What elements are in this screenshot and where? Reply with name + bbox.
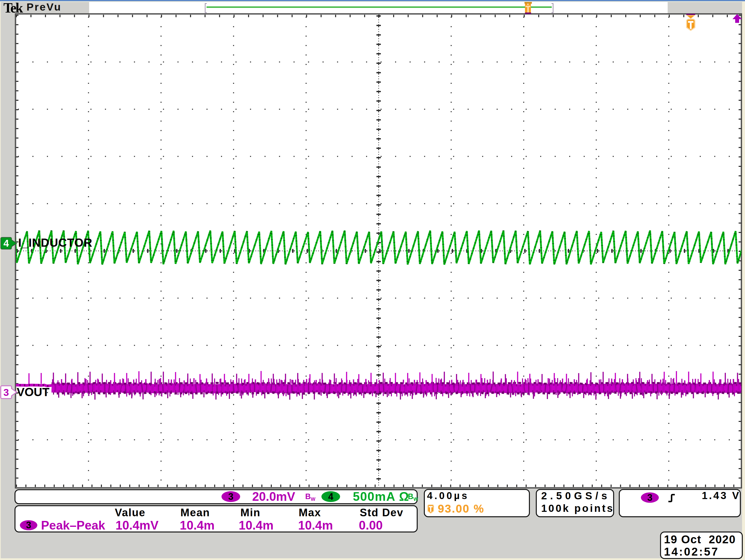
svg-text:3: 3 <box>3 387 9 398</box>
svg-text:VOUT: VOUT <box>17 385 50 399</box>
svg-text:I_INDUCTOR: I_INDUCTOR <box>18 236 92 249</box>
svg-text:4: 4 <box>3 238 9 249</box>
